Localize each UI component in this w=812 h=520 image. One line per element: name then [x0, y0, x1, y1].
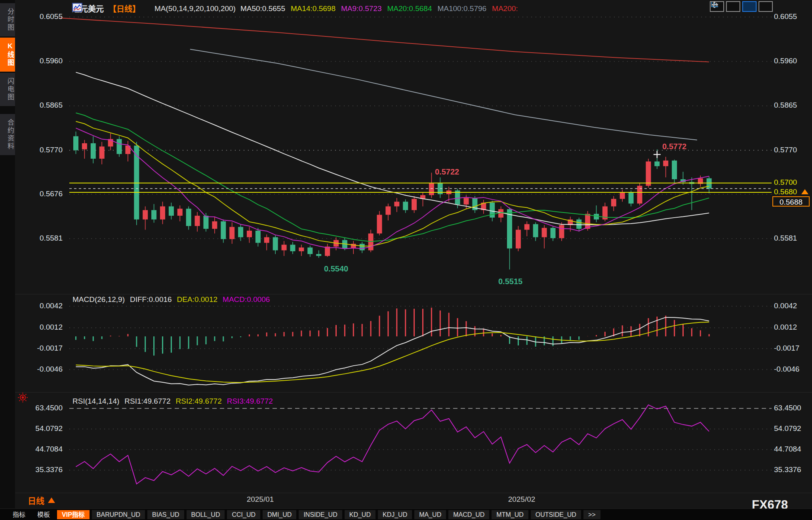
- chart-header: 纽元美元 【日线】 MA(50,14,9,20,100,200) MA50:0.…: [72, 3, 518, 14]
- rsi2-value: RSI2:49.6772: [176, 397, 222, 406]
- trading-app: 分时图K线图闪电图合约资料 纽元美元 【日线】 MA(50,14,9,20,10…: [0, 0, 812, 520]
- auto-scroll-icon[interactable]: [742, 1, 757, 12]
- bottom-tab-12[interactable]: MACD_UD: [448, 510, 489, 519]
- level-label-upper: 0.5700: [774, 178, 797, 187]
- ma-legend-item: MA9:0.5723: [341, 4, 381, 13]
- rsi1-value: RSI1:49.6772: [124, 397, 170, 406]
- panel-separator: [15, 392, 812, 393]
- bottom-tab-14[interactable]: OUTSIDE_UD: [531, 510, 581, 519]
- panel-separator: [15, 294, 812, 294]
- rsi-header: RSI(14,14,14) RSI1:49.6772 RSI2:49.6772 …: [72, 397, 273, 406]
- latest-price-arrow-icon: [801, 189, 808, 194]
- x-axis-label-feb: 2025/02: [498, 495, 545, 504]
- ma-legend-item: MA14:0.5698: [291, 4, 335, 13]
- ma-legend-item: MA20:0.5684: [387, 4, 432, 13]
- annotation-swing-high: 0.5722: [435, 167, 459, 176]
- level-label-lower: 0.5680: [774, 188, 797, 196]
- bottom-tab-10[interactable]: KDJ_UD: [378, 510, 412, 519]
- chart-toolbar: [710, 1, 773, 12]
- bottom-tab-0[interactable]: 指标: [8, 510, 30, 519]
- snap-to-latest-icon[interactable]: [759, 1, 773, 12]
- bottom-tab-7[interactable]: DMI_UD: [263, 510, 296, 519]
- sidebar-item-3[interactable]: 合约资料: [0, 114, 15, 155]
- bottom-tab-1[interactable]: 模板: [32, 510, 55, 519]
- current-price-box: 0.5688: [772, 196, 810, 207]
- ma-legend-item: MA50:0.5655: [240, 4, 285, 13]
- bottom-tab-15[interactable]: >>: [583, 510, 600, 519]
- indicator-tab-bar: 指标模板VIP指标BARUPDN_UDBIAS_UDBOLL_UDCCI_UDD…: [0, 509, 812, 520]
- period-selector-label: 日线: [28, 494, 44, 506]
- sidebar-item-1[interactable]: K线图: [0, 38, 15, 72]
- rsi-params: RSI(14,14,14): [72, 397, 119, 406]
- ma-settings: MA(50,14,9,20,100,200): [154, 4, 236, 13]
- bottom-tab-4[interactable]: BIAS_UD: [147, 510, 184, 519]
- high-cross-marker: [654, 151, 661, 158]
- sidebar-item-0[interactable]: 分时图: [0, 3, 15, 36]
- bottom-tab-9[interactable]: KD_UD: [345, 510, 376, 519]
- triangle-up-icon: [48, 497, 55, 503]
- fit-scale-icon[interactable]: [726, 1, 740, 12]
- ma-legend-item: MA100:0.5796: [437, 4, 486, 13]
- bottom-tab-6[interactable]: CCI_UD: [227, 510, 260, 519]
- rsi3-value: RSI3:49.6772: [227, 397, 273, 406]
- ma-legend: MA50:0.5655MA14:0.5698MA9:0.5723MA20:0.5…: [240, 4, 518, 13]
- period-label: 【日线】: [109, 3, 140, 14]
- macd-diff-value: DIFF:0.0016: [130, 295, 172, 304]
- macd-macd-value: MACD:0.0006: [223, 295, 270, 304]
- macd-dea-value: DEA:0.0012: [177, 295, 217, 304]
- annotation-spike-low: 0.5515: [498, 277, 522, 286]
- annotation-jan-low: 0.5540: [324, 264, 348, 273]
- macd-header: MACD(26,12,9) DIFF:0.0016 DEA:0.0012 MAC…: [72, 295, 270, 304]
- bottom-tab-11[interactable]: MA_UD: [414, 510, 446, 519]
- ma-legend-item: MA200:: [492, 4, 518, 13]
- bottom-tab-13[interactable]: MTM_UD: [492, 510, 528, 519]
- bottom-tab-3[interactable]: BARUPDN_UD: [92, 510, 145, 519]
- x-axis-label-jan: 2025/01: [236, 495, 284, 504]
- bottom-tab-8[interactable]: INSIDE_UD: [299, 510, 342, 519]
- bottom-tab-5[interactable]: BOLL_UD: [187, 510, 225, 519]
- bottom-tab-2[interactable]: VIP指标: [57, 510, 90, 519]
- macd-params: MACD(26,12,9): [72, 295, 125, 304]
- panel-separator: [15, 493, 812, 493]
- annotation-recent-high: 0.5772: [662, 142, 686, 151]
- sidebar-item-2[interactable]: 闪电图: [0, 73, 15, 106]
- period-selector[interactable]: 日线: [28, 494, 55, 506]
- chart-svg[interactable]: [0, 0, 812, 520]
- chart-type-sidebar: 分时图K线图闪电图合约资料: [0, 0, 15, 509]
